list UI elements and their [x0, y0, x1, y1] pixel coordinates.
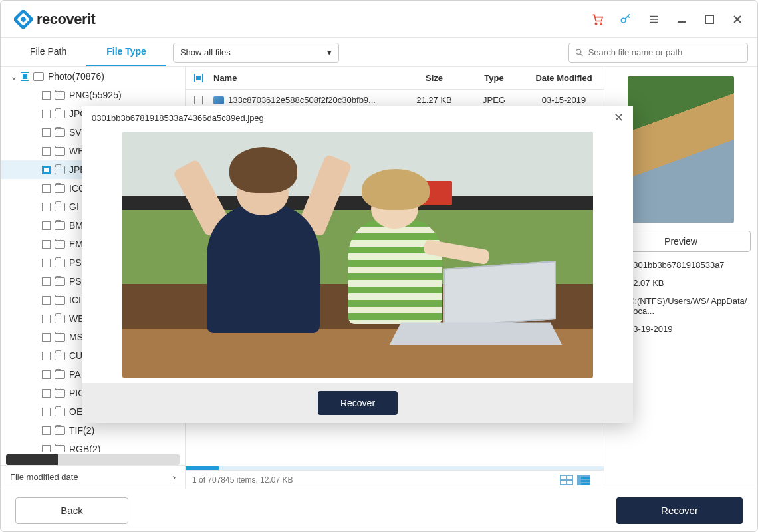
- col-type[interactable]: Type: [464, 73, 524, 83]
- maximize-icon[interactable]: [703, 13, 716, 26]
- folder-icon: [55, 240, 65, 249]
- folder-icon: [55, 445, 65, 452]
- file-date: 03-15-2019: [524, 95, 604, 105]
- checkbox[interactable]: [42, 445, 51, 452]
- back-button[interactable]: Back: [15, 497, 128, 524]
- table-header: Name Size Type Date Modified: [186, 67, 604, 90]
- checkbox[interactable]: [42, 408, 51, 416]
- photo-icon: [33, 72, 44, 81]
- checkbox[interactable]: [21, 72, 29, 81]
- checkbox[interactable]: [42, 277, 51, 286]
- checkbox[interactable]: [42, 315, 51, 323]
- chevron-down-icon: ⌄: [10, 71, 17, 82]
- tree-item-label: PS: [69, 257, 82, 268]
- tree-item-label: EM: [69, 239, 83, 249]
- search-box[interactable]: [568, 43, 748, 63]
- checkbox[interactable]: [42, 240, 51, 249]
- close-icon[interactable]: [731, 13, 744, 26]
- tree-item-label: BM: [69, 220, 83, 231]
- checkbox[interactable]: [42, 184, 51, 193]
- modal-recover-button[interactable]: Recover: [318, 391, 398, 415]
- checkbox[interactable]: [42, 221, 51, 230]
- checkbox[interactable]: [42, 352, 51, 360]
- svg-point-3: [595, 23, 597, 24]
- folder-icon: [55, 184, 65, 193]
- tree-item-label: GI: [69, 201, 79, 212]
- tree-item-label: MS: [69, 332, 83, 342]
- tree-item-label: OE: [69, 406, 82, 417]
- detail-name: 0301bb3b6781918533a7: [628, 260, 751, 270]
- svg-rect-10: [705, 15, 713, 23]
- filter-label: Show all files: [180, 47, 231, 57]
- preview-modal: 0301bb3b6781918533a74366da5c89ed.jpeg ✕ …: [82, 106, 633, 423]
- file-name: 133c8703612e588c508f2f20c30bfb9...: [228, 95, 376, 105]
- folder-icon: [55, 147, 65, 156]
- menu-icon[interactable]: [647, 13, 660, 26]
- checkbox[interactable]: [42, 110, 51, 118]
- row-checkbox[interactable]: [194, 96, 203, 104]
- grid-status: 1 of 707845 items, 12.07 KB: [186, 470, 604, 489]
- view-list-icon[interactable]: [577, 475, 590, 485]
- checkbox[interactable]: [42, 259, 51, 267]
- view-grid-icon[interactable]: [560, 475, 573, 485]
- checkbox[interactable]: [42, 296, 51, 305]
- folder-icon: [55, 296, 65, 305]
- folder-icon: [55, 426, 65, 435]
- checkbox[interactable]: [42, 128, 51, 137]
- key-icon[interactable]: [619, 13, 632, 26]
- file-type: JPEG: [464, 95, 524, 105]
- detail-size: 12.07 KB: [628, 278, 751, 288]
- checkbox[interactable]: [42, 147, 51, 156]
- tree-item-label: TIF(2): [69, 425, 94, 436]
- tree-item[interactable]: PNG(55925): [1, 86, 185, 104]
- close-icon[interactable]: ✕: [614, 110, 624, 125]
- col-date[interactable]: Date Modified: [524, 73, 604, 83]
- folder-icon: [55, 128, 65, 137]
- search-input[interactable]: [588, 47, 742, 57]
- footer: Back Recover: [1, 489, 757, 531]
- checkbox[interactable]: [42, 166, 51, 174]
- folder-icon: [55, 203, 65, 211]
- tree-item-label: CU: [69, 350, 82, 361]
- app-name: recoverit: [37, 11, 95, 28]
- tree-root[interactable]: ⌄ Photo(70876): [1, 67, 185, 86]
- svg-point-13: [576, 49, 580, 54]
- filter-dropdown[interactable]: Show all files ▾: [173, 43, 339, 63]
- folder-icon: [55, 277, 65, 286]
- folder-icon: [55, 315, 65, 323]
- cart-icon[interactable]: [591, 13, 604, 26]
- checkbox[interactable]: [42, 91, 51, 100]
- tree-item-label: PS: [69, 276, 82, 287]
- checkbox[interactable]: [42, 333, 51, 342]
- tab-file-path[interactable]: File Path: [10, 38, 86, 66]
- checkbox[interactable]: [42, 203, 51, 211]
- checkbox[interactable]: [42, 370, 51, 379]
- svg-point-5: [621, 18, 626, 23]
- file-icon: [213, 96, 224, 104]
- chevron-right-icon: ›: [173, 472, 176, 482]
- checkbox[interactable]: [42, 389, 51, 398]
- folder-icon: [55, 370, 65, 379]
- logo-icon: [14, 10, 33, 29]
- preview-thumbnail: [628, 76, 734, 223]
- checkbox[interactable]: [42, 426, 51, 435]
- tree-item-label: PA: [69, 369, 81, 380]
- preview-image: [122, 132, 593, 378]
- select-all-checkbox[interactable]: [194, 74, 203, 82]
- folder-icon: [55, 110, 65, 118]
- tree-item[interactable]: RGB(2): [1, 440, 185, 452]
- modal-filename: 0301bb3b6781918533a74366da5c89ed.jpeg: [92, 113, 264, 123]
- minimize-icon[interactable]: [675, 13, 688, 26]
- col-name[interactable]: Name: [211, 73, 404, 83]
- horizontal-scrollbar[interactable]: [6, 454, 180, 465]
- tree-item-label: SV: [69, 127, 82, 138]
- chevron-down-icon: ▾: [327, 47, 332, 57]
- tab-file-type[interactable]: File Type: [86, 38, 166, 66]
- file-modified-filter[interactable]: File modified date ›: [1, 465, 185, 489]
- col-size[interactable]: Size: [404, 73, 464, 83]
- tree-item[interactable]: TIF(2): [1, 421, 185, 440]
- detail-date: 03-19-2019: [628, 324, 751, 334]
- recover-button[interactable]: Recover: [616, 497, 743, 524]
- folder-icon: [55, 333, 65, 342]
- folder-icon: [55, 221, 65, 230]
